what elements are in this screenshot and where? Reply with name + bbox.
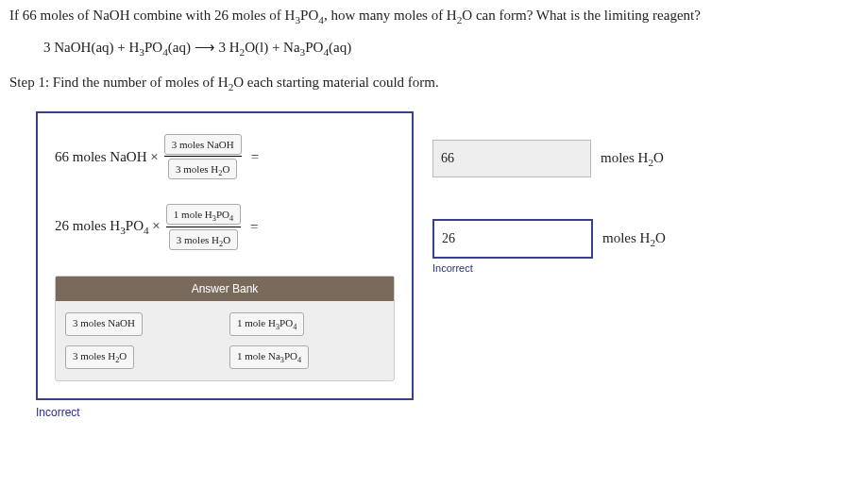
answer-input-h3po4[interactable]: 26 bbox=[432, 219, 593, 259]
drop-slot-naoh-bottom[interactable]: 3 moles H2O bbox=[168, 159, 237, 179]
equals-sign: = bbox=[250, 219, 258, 235]
bank-item-1h3po4[interactable]: 1 mole H3PO4 bbox=[229, 312, 304, 336]
drop-slot-h3po4-top[interactable]: 1 mole H3PO4 bbox=[166, 204, 241, 225]
balanced-equation: 3 NaOH(aq) + H3PO4(aq) ⟶ 3 H2O(l) + Na3P… bbox=[43, 39, 855, 58]
answer-input-naoh[interactable]: 66 bbox=[432, 140, 591, 177]
calc-h3po4-label: 26 moles H3PO4 × bbox=[55, 218, 161, 236]
step-instruction: Step 1: Find the number of moles of H2O … bbox=[9, 75, 855, 92]
answer-unit-naoh: moles H2O bbox=[601, 150, 664, 168]
calc-naoh-label: 66 moles NaOH × bbox=[55, 149, 159, 165]
calc-row-naoh: 66 moles NaOH × 3 moles NaOH 3 moles H2O… bbox=[55, 134, 395, 179]
answer-row-h3po4: 26 moles H2O bbox=[432, 219, 666, 259]
drop-slot-naoh-top[interactable]: 3 moles NaOH bbox=[164, 134, 242, 155]
drop-slot-h3po4-bottom[interactable]: 3 moles H2O bbox=[169, 229, 238, 250]
equals-sign: = bbox=[251, 149, 259, 165]
calc-row-h3po4: 26 moles H3PO4 × 1 mole H3PO4 3 moles H2… bbox=[55, 204, 395, 250]
work-area: 66 moles NaOH × 3 moles NaOH 3 moles H2O… bbox=[36, 111, 414, 400]
question-text: If 66 moles of NaOH combine with 26 mole… bbox=[9, 8, 855, 25]
answer-unit-h3po4: moles H2O bbox=[602, 230, 666, 248]
bank-item-3naoh[interactable]: 3 moles NaOH bbox=[65, 312, 143, 336]
bank-item-1na3po4[interactable]: 1 mole Na3PO4 bbox=[229, 345, 309, 369]
answer-h3po4-feedback: Incorrect bbox=[432, 262, 666, 274]
answer-row-naoh: 66 moles H2O bbox=[432, 140, 666, 177]
work-area-feedback: Incorrect bbox=[36, 406, 414, 419]
answer-bank: Answer Bank 3 moles NaOH 1 mole H3PO4 3 … bbox=[55, 276, 395, 381]
answer-bank-header: Answer Bank bbox=[56, 277, 394, 301]
bank-item-3h2o[interactable]: 3 moles H2O bbox=[65, 345, 134, 369]
